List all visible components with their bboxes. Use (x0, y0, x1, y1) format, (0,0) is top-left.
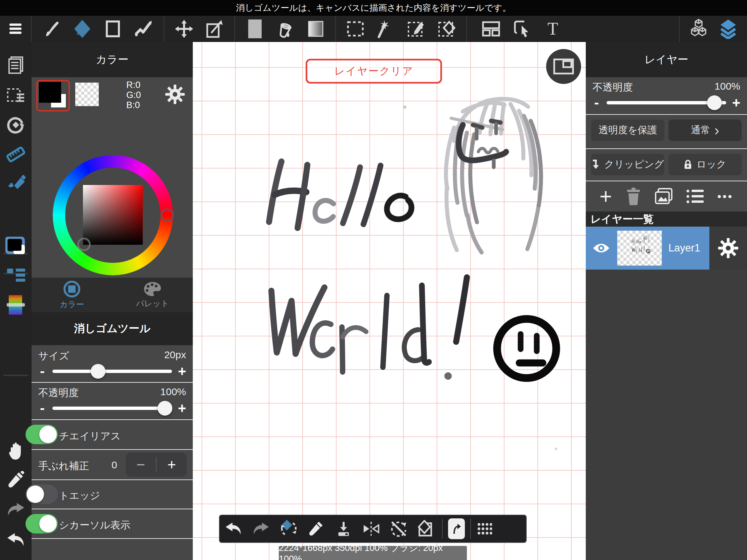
transform-tool-icon[interactable] (204, 18, 225, 39)
layer-settings-button[interactable] (710, 226, 747, 270)
rect-select-icon[interactable] (344, 18, 366, 39)
hamburger-menu-icon[interactable] (5, 18, 26, 39)
brushcursor-toggle[interactable] (26, 514, 58, 533)
layers-panel-icon[interactable] (717, 18, 739, 39)
bucket-fill-icon[interactable] (275, 18, 296, 39)
tab-palette[interactable]: パレット (112, 278, 193, 312)
layer-opacity-plus[interactable]: + (729, 96, 744, 109)
size-row: サイズ 20px - + (31, 345, 193, 382)
undo-icon[interactable] (0, 527, 31, 553)
minimap-toggle-button[interactable] (546, 49, 581, 84)
opacity-value: 100% (160, 386, 186, 398)
layer-row-selected[interactable]: Layer1 (586, 226, 710, 270)
tooltip-bar: 消しゴムツールは、キャンバスに描画された内容を消すツールです。 (0, 0, 747, 16)
foreground-color-swatch[interactable] (0, 233, 31, 259)
hue-selector[interactable] (160, 209, 174, 222)
reset-rotation-button[interactable] (385, 516, 412, 541)
layer-clear-button[interactable]: レイヤークリア (306, 59, 442, 84)
toolbar-divider (470, 519, 471, 539)
ruler-icon[interactable] (0, 142, 31, 167)
select-group (336, 16, 467, 42)
protect-alpha-button[interactable]: 透明度を保護 (591, 119, 664, 141)
clipping-icon (591, 159, 600, 169)
curve-tool-icon[interactable] (133, 18, 155, 39)
rainbow-color-picker-icon[interactable] (0, 292, 31, 318)
panel-toggle-group (680, 16, 747, 42)
rotate-reset-icon[interactable] (0, 112, 31, 138)
layer-opacity-row: 不透明度 100% - + (586, 77, 747, 114)
size-plus-button[interactable]: + (175, 365, 189, 378)
select-options-icon[interactable] (0, 83, 31, 108)
color-panel: カラー R:0G:0B:0 (31, 42, 193, 560)
softedge-toggle[interactable] (26, 484, 58, 504)
object-group: T (467, 16, 680, 42)
add-layer-icon[interactable]: + (599, 188, 612, 205)
opacity-minus-button[interactable]: - (35, 402, 50, 415)
hand-tool-icon[interactable] (0, 438, 31, 464)
select-eraser-icon[interactable] (436, 18, 458, 39)
opacity-slider-track[interactable] (52, 406, 172, 410)
opacity-slider-thumb[interactable] (157, 401, 172, 416)
layer-visibility-toggle[interactable] (586, 242, 617, 254)
size-slider-track[interactable] (52, 370, 172, 373)
undo-button[interactable] (220, 516, 247, 541)
canvas-artwork (193, 42, 586, 560)
size-value: 20px (164, 349, 186, 361)
layer-list-icon[interactable] (686, 189, 704, 204)
shape-tool-icon[interactable] (102, 18, 124, 39)
object-select-icon[interactable] (511, 18, 533, 39)
brush-eraser-switch-button[interactable] (275, 516, 302, 541)
layer-opacity-minus[interactable]: - (589, 96, 604, 109)
eraser-tool-icon-active[interactable] (72, 18, 93, 39)
drag-handle-dots[interactable] (473, 516, 496, 541)
stabilize-label: 手ぶれ補正 (38, 459, 89, 473)
antialias-toggle[interactable] (26, 425, 58, 444)
text-tool-icon[interactable]: T (542, 18, 564, 39)
clipping-button[interactable]: クリッピング (591, 154, 664, 175)
clear-layer-button[interactable] (412, 516, 440, 541)
delete-layer-icon[interactable] (626, 188, 641, 205)
layer-panel-title: レイヤー (586, 42, 747, 77)
pages-icon[interactable] (0, 52, 31, 78)
magic-wand-icon[interactable] (375, 18, 397, 39)
size-slider: - + (35, 365, 189, 378)
select-pen-icon[interactable] (405, 18, 427, 39)
brush-tool-icon[interactable] (41, 18, 62, 39)
redo-button[interactable] (247, 516, 275, 541)
eyedropper-button[interactable] (302, 516, 330, 541)
panel-divide-icon[interactable] (480, 18, 502, 39)
material-cubes-icon[interactable] (688, 18, 710, 39)
save-button[interactable] (330, 516, 357, 541)
sv-selector[interactable] (77, 238, 91, 251)
size-minus-button[interactable]: - (35, 365, 50, 378)
blend-mode-button[interactable]: 通常 › (668, 119, 742, 141)
color-swatch-icon[interactable] (244, 18, 266, 39)
softedge-row: ソフトエッジ (31, 480, 193, 509)
layer-thumbnail[interactable] (617, 231, 662, 266)
sv-square[interactable] (83, 185, 143, 245)
size-label: サイズ (38, 349, 69, 363)
left-sidebar (0, 42, 31, 560)
layer-opacity-track[interactable] (607, 101, 726, 104)
opacity-plus-button[interactable]: + (175, 402, 189, 415)
shortcut-button[interactable] (445, 516, 468, 541)
move-tool-icon[interactable] (173, 18, 195, 39)
layer-opacity-thumb[interactable] (707, 95, 722, 110)
canvas[interactable]: レイヤークリア (193, 42, 586, 560)
stabilize-plus-button[interactable]: + (156, 458, 187, 471)
flip-horizontal-button[interactable] (357, 516, 385, 541)
size-slider-thumb[interactable] (91, 364, 105, 379)
tab-color[interactable]: カラー (31, 278, 112, 312)
foreground-color-selected[interactable] (36, 80, 70, 111)
stabilize-minus-button[interactable]: − (126, 458, 156, 471)
duplicate-layer-icon[interactable] (655, 188, 672, 205)
more-options-icon[interactable]: ••• (717, 190, 733, 203)
gradient-tool-icon[interactable] (305, 18, 327, 39)
brush-list-icon[interactable] (0, 263, 31, 288)
lock-button[interactable]: ロック (668, 154, 742, 175)
menu-group (0, 16, 31, 42)
transparent-color-swatch[interactable] (75, 83, 99, 106)
layer-row[interactable]: Layer1 (586, 226, 747, 270)
color-settings-gear-icon[interactable] (165, 85, 185, 104)
paint-tube-icon[interactable] (0, 170, 31, 196)
